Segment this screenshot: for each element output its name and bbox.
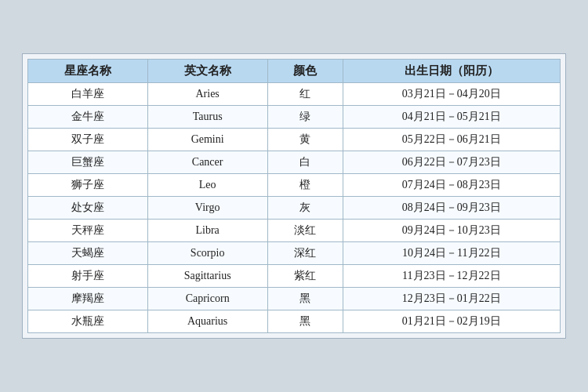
- table-row: 巨蟹座Cancer白06月22日－07月23日: [28, 151, 561, 174]
- table-cell-0-2: 红: [267, 83, 343, 106]
- table-cell-4-1: Leo: [147, 174, 267, 197]
- table-cell-2-2: 黄: [267, 129, 343, 151]
- column-header-2: 颜色: [267, 60, 343, 83]
- column-header-0: 星座名称: [28, 60, 148, 83]
- zodiac-table-wrapper: 星座名称英文名称颜色出生日期（阳历） 白羊座Aries红03月21日－04月20…: [22, 53, 566, 339]
- table-row: 处女座Virgo灰08月24日－09月23日: [28, 197, 561, 220]
- table-header-row: 星座名称英文名称颜色出生日期（阳历）: [28, 60, 561, 83]
- table-row: 金牛座Taurus绿04月21日－05月21日: [28, 106, 561, 129]
- table-cell-1-1: Taurus: [147, 106, 267, 129]
- table-row: 摩羯座Capricorn黑12月23日－01月22日: [28, 288, 561, 310]
- table-cell-10-0: 水瓶座: [28, 310, 148, 333]
- table-cell-2-1: Gemini: [147, 129, 267, 151]
- table-cell-10-3: 01月21日－02月19日: [343, 310, 560, 333]
- table-cell-8-3: 11月23日－12月22日: [343, 265, 560, 288]
- table-cell-1-3: 04月21日－05月21日: [343, 106, 560, 129]
- table-cell-8-1: Sagittarius: [147, 265, 267, 288]
- table-row: 白羊座Aries红03月21日－04月20日: [28, 83, 561, 106]
- table-cell-7-3: 10月24日－11月22日: [343, 242, 560, 265]
- table-cell-4-3: 07月24日－08月23日: [343, 174, 560, 197]
- table-row: 天蝎座Scorpio深红10月24日－11月22日: [28, 242, 561, 265]
- table-cell-7-2: 深红: [267, 242, 343, 265]
- table-cell-5-1: Virgo: [147, 197, 267, 220]
- table-cell-10-1: Aquarius: [147, 310, 267, 333]
- table-cell-3-0: 巨蟹座: [28, 151, 148, 174]
- table-cell-0-3: 03月21日－04月20日: [343, 83, 560, 106]
- table-cell-3-3: 06月22日－07月23日: [343, 151, 560, 174]
- table-cell-5-3: 08月24日－09月23日: [343, 197, 560, 220]
- table-row: 双子座Gemini黄05月22日－06月21日: [28, 129, 561, 151]
- table-cell-7-1: Scorpio: [147, 242, 267, 265]
- table-cell-0-1: Aries: [147, 83, 267, 106]
- table-cell-6-0: 天秤座: [28, 220, 148, 242]
- table-cell-4-2: 橙: [267, 174, 343, 197]
- table-row: 天秤座Libra淡红09月24日－10月23日: [28, 220, 561, 242]
- table-cell-3-1: Cancer: [147, 151, 267, 174]
- table-row: 狮子座Leo橙07月24日－08月23日: [28, 174, 561, 197]
- table-cell-1-2: 绿: [267, 106, 343, 129]
- table-row: 射手座Sagittarius紫红11月23日－12月22日: [28, 265, 561, 288]
- column-header-1: 英文名称: [147, 60, 267, 83]
- table-row: 水瓶座Aquarius黑01月21日－02月19日: [28, 310, 561, 333]
- table-cell-6-2: 淡红: [267, 220, 343, 242]
- zodiac-table: 星座名称英文名称颜色出生日期（阳历） 白羊座Aries红03月21日－04月20…: [27, 59, 561, 333]
- table-cell-1-0: 金牛座: [28, 106, 148, 129]
- table-cell-6-3: 09月24日－10月23日: [343, 220, 560, 242]
- table-cell-9-1: Capricorn: [147, 288, 267, 310]
- column-header-3: 出生日期（阳历）: [343, 60, 560, 83]
- table-cell-8-0: 射手座: [28, 265, 148, 288]
- table-cell-0-0: 白羊座: [28, 83, 148, 106]
- table-cell-6-1: Libra: [147, 220, 267, 242]
- table-cell-5-2: 灰: [267, 197, 343, 220]
- table-body: 白羊座Aries红03月21日－04月20日金牛座Taurus绿04月21日－0…: [28, 83, 561, 333]
- table-cell-2-0: 双子座: [28, 129, 148, 151]
- table-cell-2-3: 05月22日－06月21日: [343, 129, 560, 151]
- table-cell-4-0: 狮子座: [28, 174, 148, 197]
- table-cell-7-0: 天蝎座: [28, 242, 148, 265]
- table-cell-5-0: 处女座: [28, 197, 148, 220]
- table-cell-3-2: 白: [267, 151, 343, 174]
- table-cell-10-2: 黑: [267, 310, 343, 333]
- table-cell-9-0: 摩羯座: [28, 288, 148, 310]
- table-cell-9-3: 12月23日－01月22日: [343, 288, 560, 310]
- table-cell-8-2: 紫红: [267, 265, 343, 288]
- table-cell-9-2: 黑: [267, 288, 343, 310]
